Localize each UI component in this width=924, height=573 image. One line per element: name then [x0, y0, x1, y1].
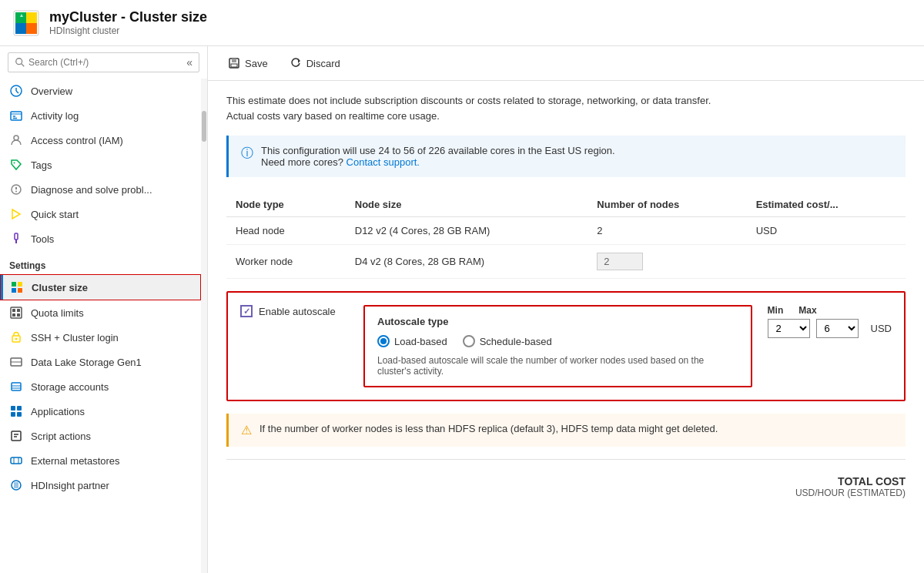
- enable-autoscale-checkbox[interactable]: [240, 305, 253, 317]
- worker-num-nodes: [588, 245, 746, 279]
- svg-rect-39: [11, 406, 15, 410]
- svg-rect-2: [26, 12, 37, 23]
- page-title: myCluster - Cluster size: [49, 9, 207, 25]
- access-icon: [9, 133, 23, 147]
- sidebar-scrollbar[interactable]: [201, 79, 207, 573]
- table-row-worker: Worker node D4 v2 (8 Cores, 28 GB RAM): [226, 245, 906, 279]
- sidebar-item-access-control[interactable]: Access control (IAM): [0, 128, 201, 152]
- sidebar-item-cluster-size[interactable]: Cluster size: [0, 274, 201, 300]
- col-node-type: Node type: [226, 193, 346, 217]
- svg-line-10: [16, 91, 18, 93]
- svg-rect-41: [11, 412, 15, 417]
- svg-point-16: [14, 163, 15, 164]
- radio-load-selected: [377, 335, 390, 347]
- min-max-labels: Min Max: [768, 305, 817, 316]
- total-cost-sub: USD/HOUR (ESTIMATED): [226, 488, 906, 498]
- sidebar-label-datalake: Data Lake Storage Gen1: [31, 357, 142, 368]
- svg-point-19: [15, 191, 17, 193]
- overview-icon: [9, 84, 23, 98]
- svg-point-6: [16, 59, 22, 65]
- autoscale-section: Enable autoscale Autoscale type Load-bas…: [226, 291, 906, 401]
- datalake-icon: [9, 355, 23, 369]
- settings-section-label: Settings: [0, 251, 201, 274]
- sidebar-item-tags[interactable]: Tags: [0, 152, 201, 177]
- banner-text: This configuration will use 24 to 56 of …: [261, 145, 615, 156]
- save-button[interactable]: Save: [223, 54, 273, 72]
- search-box[interactable]: «: [8, 52, 199, 72]
- sidebar-item-storage[interactable]: Storage accounts: [0, 374, 201, 399]
- sidebar-item-ssh[interactable]: SSH + Cluster login: [0, 325, 201, 350]
- save-icon: [228, 57, 240, 69]
- svg-rect-21: [15, 233, 18, 240]
- tags-icon: [9, 158, 23, 172]
- sidebar-item-activity-log[interactable]: Activity log: [0, 103, 201, 128]
- worker-node-type: Worker node: [226, 245, 346, 279]
- sidebar-item-tools[interactable]: Tools: [0, 226, 201, 251]
- sidebar-item-quota[interactable]: Quota limits: [0, 300, 201, 325]
- cluster-icon: [10, 280, 24, 294]
- sidebar-label-overview: Overview: [31, 85, 72, 97]
- svg-rect-50: [14, 482, 18, 488]
- sidebar-label-quickstart: Quick start: [31, 209, 79, 220]
- worker-nodes-input[interactable]: [597, 253, 643, 270]
- sidebar-item-script-actions[interactable]: Script actions: [0, 424, 201, 448]
- sidebar-label-activity-log: Activity log: [31, 110, 79, 122]
- sidebar-label-cluster-size: Cluster size: [32, 282, 88, 293]
- sidebar-label-script-actions: Script actions: [31, 431, 91, 442]
- sidebar-label-applications: Applications: [31, 406, 85, 417]
- svg-rect-28: [12, 309, 15, 312]
- search-icon: [15, 57, 25, 68]
- collapse-icon[interactable]: «: [186, 56, 192, 69]
- sidebar-item-applications[interactable]: Applications: [0, 399, 201, 424]
- svg-rect-11: [11, 112, 22, 120]
- sidebar-label-tags: Tags: [31, 159, 52, 171]
- search-input[interactable]: [28, 57, 183, 68]
- contact-support-link[interactable]: Contact support.: [346, 156, 420, 168]
- head-num-nodes: 2: [588, 217, 746, 245]
- radio-schedule-based[interactable]: Schedule-based: [463, 335, 552, 347]
- svg-rect-23: [12, 282, 16, 286]
- warning-text: If the number of worker nodes is less th…: [259, 423, 718, 434]
- warning-icon: ⚠: [241, 423, 252, 437]
- svg-rect-31: [17, 313, 20, 317]
- sidebar-label-storage: Storage accounts: [31, 381, 109, 393]
- sidebar-item-hdinsight-partner[interactable]: HDInsight partner: [0, 473, 201, 498]
- applications-icon: [9, 404, 23, 418]
- sidebar-label-partner: HDInsight partner: [31, 480, 109, 491]
- enable-autoscale-label: Enable autoscale: [259, 306, 336, 317]
- save-label: Save: [245, 58, 268, 69]
- discard-button[interactable]: Discard: [285, 54, 345, 72]
- svg-rect-26: [18, 288, 22, 293]
- svg-line-7: [22, 64, 25, 67]
- sidebar-item-quick-start[interactable]: Quick start: [0, 202, 201, 226]
- total-cost-label: TOTAL COST: [226, 475, 906, 488]
- activity-icon: [9, 109, 23, 122]
- min-value-select[interactable]: 2 3 4: [768, 319, 810, 338]
- info-banner: ⓘ This configuration will use 24 to 56 o…: [226, 136, 906, 177]
- svg-rect-29: [17, 309, 20, 312]
- max-value-select[interactable]: 6 7 8: [816, 319, 859, 338]
- col-node-size: Node size: [346, 193, 588, 217]
- main-content: Save Discard This estimate does not incl…: [208, 46, 924, 573]
- divider: [226, 459, 906, 460]
- radio-load-based[interactable]: Load-based: [377, 335, 447, 347]
- app-header: myCluster - Cluster size HDInsight clust…: [0, 0, 924, 46]
- svg-rect-27: [11, 307, 22, 318]
- sidebar-label-tools: Tools: [31, 233, 54, 245]
- sidebar: « Overview Activity log: [0, 46, 208, 573]
- sidebar-label-diagnose: Diagnose and solve probl...: [31, 184, 152, 196]
- toolbar: Save Discard: [208, 46, 924, 81]
- svg-rect-53: [231, 64, 237, 67]
- svg-rect-25: [12, 288, 16, 293]
- svg-rect-4: [26, 23, 37, 34]
- svg-point-15: [14, 136, 18, 140]
- warning-banner: ⚠ If the number of worker nodes is less …: [226, 414, 906, 447]
- sidebar-item-overview[interactable]: Overview: [0, 79, 201, 103]
- header-text-group: myCluster - Cluster size HDInsight clust…: [49, 9, 207, 36]
- sidebar-item-external-metastores[interactable]: External metastores: [0, 448, 201, 473]
- sidebar-item-datalake[interactable]: Data Lake Storage Gen1: [0, 350, 201, 374]
- radio-load-label: Load-based: [394, 336, 447, 347]
- sidebar-item-diagnose[interactable]: Diagnose and solve probl...: [0, 177, 201, 202]
- info-description: This estimate does not include subscript…: [226, 93, 906, 123]
- autoscale-radio-group: Load-based Schedule-based: [377, 335, 738, 347]
